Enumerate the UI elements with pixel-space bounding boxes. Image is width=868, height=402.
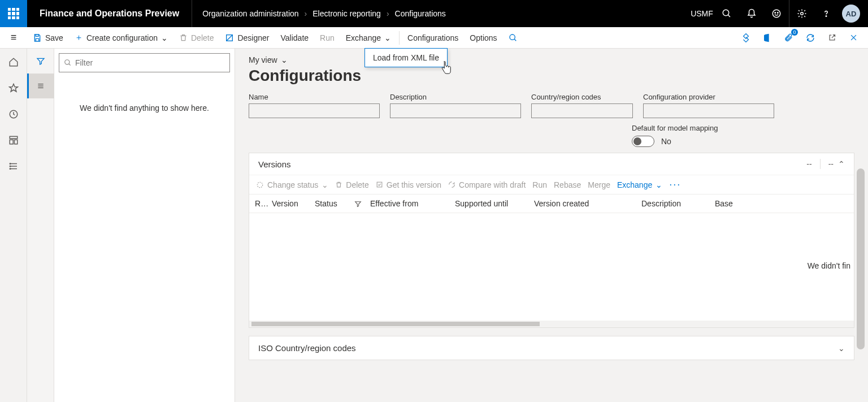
- attachments-icon[interactable]: 0: [781, 30, 797, 46]
- svg-point-3: [775, 12, 776, 14]
- get-version-button: Get this version: [376, 180, 441, 189]
- versions-run-button: Run: [532, 180, 547, 189]
- modules-icon[interactable]: [5, 157, 23, 175]
- col-base[interactable]: Base: [715, 199, 754, 208]
- bell-icon[interactable]: [739, 0, 764, 27]
- search-icon: [64, 59, 72, 67]
- home-icon[interactable]: [5, 53, 23, 71]
- field-country: Country/region codes: [531, 93, 633, 118]
- star-icon[interactable]: [5, 79, 23, 97]
- top-right-controls: USMF AD: [689, 0, 868, 27]
- validate-button[interactable]: Validate: [275, 27, 315, 48]
- provider-input[interactable]: [643, 103, 774, 118]
- breadcrumb: Organization administration › Electronic…: [192, 9, 689, 18]
- diamond-icon[interactable]: [738, 30, 754, 46]
- view-label: My view: [249, 55, 277, 64]
- chevron-down-icon[interactable]: ⌄: [838, 344, 845, 353]
- vtab-list-icon[interactable]: [27, 74, 54, 98]
- gear-icon[interactable]: [789, 0, 814, 27]
- popout-icon[interactable]: [824, 30, 840, 46]
- search-icon[interactable]: [714, 0, 739, 27]
- exchange-dropdown: Load from XML file: [364, 48, 448, 67]
- breadcrumb-item-2[interactable]: Configurations: [395, 9, 446, 18]
- app-launcher[interactable]: [0, 0, 27, 27]
- col-r[interactable]: R...: [255, 199, 272, 208]
- col-created[interactable]: Version created: [534, 199, 641, 208]
- toolbar-right-icons: 0: [738, 30, 868, 46]
- iso-section[interactable]: ISO Country/region codes ⌄: [249, 336, 854, 360]
- save-button[interactable]: Save: [27, 27, 69, 48]
- configurations-button[interactable]: Configurations: [402, 27, 464, 48]
- breadcrumb-item-0[interactable]: Organization administration: [202, 9, 298, 18]
- recent-icon[interactable]: [5, 105, 23, 123]
- grid-empty-text: We didn't fin: [808, 261, 850, 270]
- feedback-smile-icon[interactable]: [764, 0, 789, 27]
- content-panel: My view ⌄ Configurations Name Descriptio…: [235, 49, 868, 402]
- versions-grid-body: We didn't fin: [249, 213, 854, 321]
- vtab-filter-icon[interactable]: [27, 49, 54, 74]
- versions-header: Versions -- -- ⌃: [249, 153, 854, 175]
- svg-point-8: [510, 34, 515, 40]
- action-toolbar: ≡ Save ＋ Create configuration ⌄ Delete D…: [0, 27, 868, 49]
- col-effective[interactable]: Effective from: [370, 199, 455, 208]
- avatar-initials: AD: [842, 5, 860, 23]
- top-bar: Finance and Operations Preview Organizat…: [0, 0, 868, 27]
- user-avatar[interactable]: AD: [839, 0, 863, 27]
- create-configuration-button[interactable]: ＋ Create configuration ⌄: [69, 27, 173, 48]
- svg-point-2: [772, 10, 780, 18]
- svg-rect-26: [377, 182, 382, 187]
- refresh-icon[interactable]: [802, 30, 818, 46]
- svg-rect-12: [10, 140, 13, 144]
- exchange-button[interactable]: Exchange ⌄: [340, 27, 397, 48]
- svg-line-9: [514, 39, 516, 41]
- svg-line-1: [728, 15, 730, 17]
- column-filter-icon[interactable]: [354, 200, 370, 208]
- name-input[interactable]: [249, 103, 380, 118]
- collapse-icon[interactable]: ⌃: [838, 159, 845, 168]
- save-label: Save: [45, 33, 63, 42]
- help-icon[interactable]: [814, 0, 839, 27]
- versions-delete-button: Delete: [335, 180, 368, 189]
- close-icon[interactable]: [845, 30, 861, 46]
- save-icon: [33, 33, 42, 42]
- versions-exchange-button[interactable]: Exchange ⌄: [617, 180, 662, 189]
- edit-icon: [376, 181, 383, 188]
- view-selector[interactable]: My view ⌄: [249, 55, 854, 64]
- country-input[interactable]: [531, 103, 633, 118]
- load-from-xml-menuitem[interactable]: Load from XML file: [365, 49, 447, 67]
- versions-title: Versions: [258, 159, 802, 169]
- toolbar-search-icon[interactable]: [503, 27, 523, 48]
- svg-point-25: [257, 182, 262, 187]
- col-status[interactable]: Status: [315, 199, 354, 208]
- trash-icon: [335, 181, 342, 188]
- col-version[interactable]: Version: [272, 199, 315, 208]
- versions-dash2: --: [824, 159, 838, 168]
- waffle-icon: [8, 8, 19, 19]
- workspaces-icon[interactable]: [5, 131, 23, 149]
- filter-box[interactable]: [59, 53, 230, 72]
- default-mapping-toggle[interactable]: [632, 136, 654, 147]
- company-selector[interactable]: USMF: [689, 0, 714, 27]
- chevron-down-icon: ⌄: [161, 33, 168, 42]
- chevron-down-icon: ⌄: [384, 33, 391, 42]
- more-icon[interactable]: ···: [669, 179, 681, 191]
- divider: [820, 159, 821, 169]
- horizontal-scrollbar[interactable]: [249, 321, 854, 327]
- hamburger-icon[interactable]: ≡: [0, 27, 27, 48]
- options-button[interactable]: Options: [464, 27, 502, 48]
- description-input[interactable]: [390, 103, 521, 118]
- breadcrumb-item-1[interactable]: Electronic reporting: [313, 9, 381, 18]
- vertical-scrollbar[interactable]: [857, 168, 865, 349]
- list-panel: We didn't find anything to show here.: [54, 49, 235, 402]
- designer-button[interactable]: Designer: [219, 27, 275, 48]
- options-label: Options: [470, 33, 497, 42]
- svg-point-19: [10, 168, 11, 170]
- svg-point-18: [10, 166, 11, 167]
- country-label: Country/region codes: [531, 93, 633, 101]
- create-label: Create configuration: [86, 33, 158, 42]
- col-supported[interactable]: Supported until: [455, 199, 534, 208]
- filter-input[interactable]: [75, 58, 225, 67]
- office-icon[interactable]: [760, 30, 775, 46]
- fields-row: Name Description Country/region codes Co…: [249, 93, 854, 118]
- col-description[interactable]: Description: [641, 199, 715, 208]
